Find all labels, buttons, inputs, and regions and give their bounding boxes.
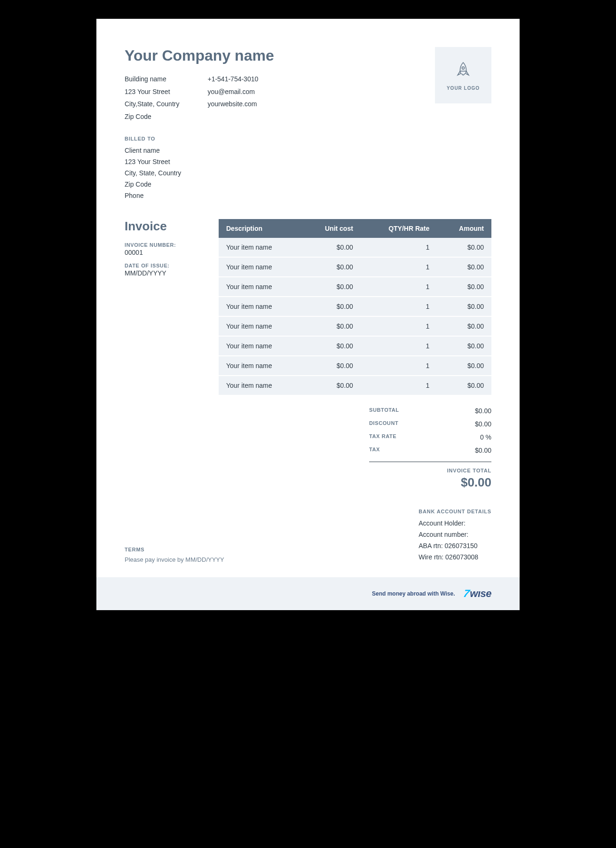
- date-of-issue: MM/DD/YYYY: [125, 269, 205, 277]
- table-row: Your item name$0.001$0.00: [219, 257, 491, 277]
- terms-text: Please pay invoice by MM/DD/YYYY: [125, 556, 224, 563]
- client-street: 123 Your Street: [125, 157, 491, 168]
- item-qty: 1: [361, 336, 437, 356]
- item-description: Your item name: [219, 316, 302, 336]
- item-unit-cost: $0.00: [302, 277, 361, 297]
- item-description: Your item name: [219, 238, 302, 257]
- account-holder: Account Holder:: [419, 518, 491, 529]
- subtotal-label: SUBTOTAL: [369, 407, 399, 415]
- item-qty: 1: [361, 257, 437, 277]
- company-block: Your Company name Building name 123 Your…: [125, 47, 435, 123]
- footer: Send money abroad with Wise. 7wıse: [96, 577, 520, 610]
- wise-logo: 7wıse: [464, 588, 491, 600]
- invoice-meta: Invoice INVOICE NUMBER: 00001 DATE OF IS…: [125, 219, 205, 490]
- item-amount: $0.00: [437, 336, 491, 356]
- terms-label: TERMS: [125, 547, 224, 552]
- logo-placeholder: YOUR LOGO: [435, 47, 491, 103]
- address-city: City,State, Country: [125, 98, 179, 110]
- tax-value: $0.00: [475, 447, 491, 454]
- line-items-table: Description Unit cost QTY/HR Rate Amount…: [219, 219, 491, 396]
- invoice-number-label: INVOICE NUMBER:: [125, 242, 205, 248]
- item-description: Your item name: [219, 297, 302, 316]
- terms-block: TERMS Please pay invoice by MM/DD/YYYY: [125, 547, 224, 563]
- table-row: Your item name$0.001$0.00: [219, 376, 491, 395]
- item-qty: 1: [361, 356, 437, 376]
- company-contact: +1-541-754-3010 you@email.com yourwebsit…: [207, 73, 258, 123]
- discount-label: DISCOUNT: [369, 420, 398, 428]
- item-qty: 1: [361, 376, 437, 395]
- wire-rtn: Wire rtn: 026073008: [419, 552, 491, 563]
- contact-website: yourwebsite.com: [207, 98, 258, 110]
- footer-text: Send money abroad with Wise.: [372, 590, 455, 597]
- address-zip: Zip Code: [125, 110, 179, 123]
- invoice-total-value: $0.00: [369, 475, 491, 490]
- client-name: Client name: [125, 145, 491, 157]
- client-phone: Phone: [125, 190, 491, 202]
- table-row: Your item name$0.001$0.00: [219, 336, 491, 356]
- table-row: Your item name$0.001$0.00: [219, 277, 491, 297]
- svg-point-0: [462, 67, 465, 69]
- item-amount: $0.00: [437, 297, 491, 316]
- item-description: Your item name: [219, 336, 302, 356]
- contact-email: you@email.com: [207, 86, 258, 98]
- client-city: City, State, Country: [125, 168, 491, 179]
- wise-flag-icon: 7: [462, 588, 470, 600]
- col-description: Description: [219, 219, 302, 238]
- tax-rate-value: 0 %: [480, 433, 491, 441]
- item-amount: $0.00: [437, 238, 491, 257]
- bank-details-block: BANK ACCOUNT DETAILS Account Holder: Acc…: [419, 509, 491, 563]
- item-qty: 1: [361, 277, 437, 297]
- table-row: Your item name$0.001$0.00: [219, 316, 491, 336]
- totals-block: SUBTOTAL $0.00 DISCOUNT $0.00 TAX RATE 0…: [369, 404, 491, 490]
- aba-rtn: ABA rtn: 026073150: [419, 541, 491, 552]
- bank-details-label: BANK ACCOUNT DETAILS: [419, 509, 491, 514]
- item-description: Your item name: [219, 376, 302, 395]
- table-row: Your item name$0.001$0.00: [219, 356, 491, 376]
- tax-label: TAX: [369, 447, 380, 454]
- logo-placeholder-text: YOUR LOGO: [447, 86, 480, 91]
- item-amount: $0.00: [437, 316, 491, 336]
- item-description: Your item name: [219, 356, 302, 376]
- rocket-icon: [454, 60, 473, 81]
- contact-phone: +1-541-754-3010: [207, 73, 258, 86]
- subtotal-value: $0.00: [475, 407, 491, 415]
- tax-rate-label: TAX RATE: [369, 433, 396, 441]
- col-qty: QTY/HR Rate: [361, 219, 437, 238]
- invoice-page: Your Company name Building name 123 Your…: [96, 19, 520, 610]
- col-amount: Amount: [437, 219, 491, 238]
- company-address: Building name 123 Your Street City,State…: [125, 73, 179, 123]
- company-name: Your Company name: [125, 47, 435, 64]
- item-amount: $0.00: [437, 356, 491, 376]
- item-amount: $0.00: [437, 376, 491, 395]
- invoice-total-label: INVOICE TOTAL: [369, 468, 491, 473]
- address-street: 123 Your Street: [125, 86, 179, 98]
- table-row: Your item name$0.001$0.00: [219, 297, 491, 316]
- account-number: Account number:: [419, 529, 491, 541]
- col-unit-cost: Unit cost: [302, 219, 361, 238]
- item-description: Your item name: [219, 277, 302, 297]
- discount-value: $0.00: [475, 420, 491, 428]
- header: Your Company name Building name 123 Your…: [125, 47, 491, 123]
- invoice-number: 00001: [125, 249, 205, 256]
- item-description: Your item name: [219, 257, 302, 277]
- table-row: Your item name$0.001$0.00: [219, 238, 491, 257]
- address-building: Building name: [125, 73, 179, 86]
- item-qty: 1: [361, 316, 437, 336]
- item-unit-cost: $0.00: [302, 376, 361, 395]
- item-amount: $0.00: [437, 277, 491, 297]
- wise-brand-text: wıse: [470, 588, 491, 599]
- item-qty: 1: [361, 297, 437, 316]
- item-unit-cost: $0.00: [302, 297, 361, 316]
- date-of-issue-label: DATE OF ISSUE:: [125, 263, 205, 268]
- invoice-title: Invoice: [125, 219, 205, 234]
- item-unit-cost: $0.00: [302, 356, 361, 376]
- item-unit-cost: $0.00: [302, 336, 361, 356]
- item-amount: $0.00: [437, 257, 491, 277]
- billed-to-block: Client name 123 Your Street City, State,…: [125, 145, 491, 201]
- totals-divider: [369, 462, 491, 462]
- item-unit-cost: $0.00: [302, 257, 361, 277]
- client-zip: Zip Code: [125, 179, 491, 190]
- item-unit-cost: $0.00: [302, 316, 361, 336]
- item-qty: 1: [361, 238, 437, 257]
- billed-to-label: BILLED TO: [125, 136, 491, 141]
